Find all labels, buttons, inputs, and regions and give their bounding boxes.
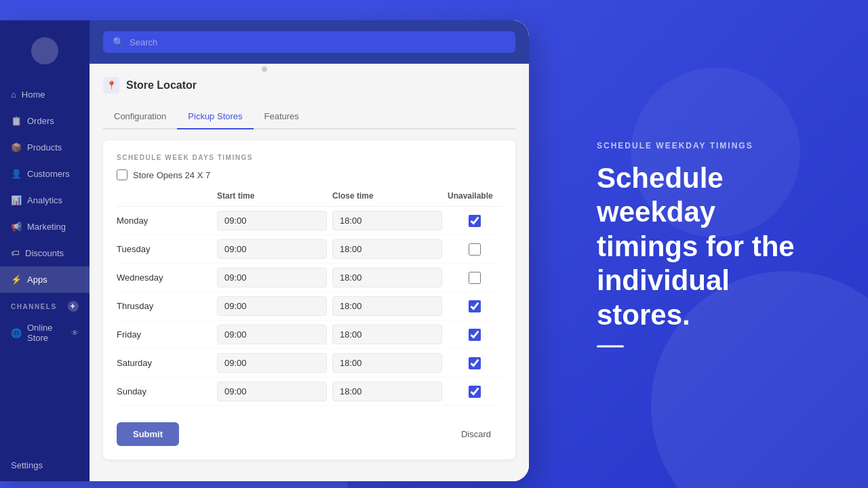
unavailable-checkbox[interactable]: [469, 243, 481, 256]
start-time-input[interactable]: [217, 268, 327, 287]
unavailable-checkbox[interactable]: [469, 329, 481, 341]
start-time-input[interactable]: [217, 296, 327, 316]
sidebar-item-marketing[interactable]: 📢 Marketing: [0, 214, 90, 240]
right-panel-divider: [597, 345, 624, 347]
unavailable-cell: [448, 357, 502, 369]
tab-configuration[interactable]: Configuration: [103, 104, 177, 129]
unavailable-cell: [448, 386, 502, 398]
close-time-input[interactable]: [332, 239, 442, 259]
form-footer: Submit Discard: [117, 411, 502, 446]
sidebar-item-orders[interactable]: 📋 Orders: [0, 108, 90, 134]
schedule-form-card: SCHEDULE WEEK DAYS TIMINGS Store Opens 2…: [103, 140, 515, 460]
sidebar-analytics-label: Analytics: [27, 195, 62, 205]
products-icon: 📦: [11, 142, 22, 152]
close-time-input[interactable]: [332, 296, 442, 316]
sidebar-item-analytics[interactable]: 📊 Analytics: [0, 187, 90, 214]
search-bar: 🔍: [90, 20, 529, 64]
close-time-input[interactable]: [332, 382, 442, 401]
marketing-icon: 📢: [11, 222, 22, 232]
search-input[interactable]: [130, 37, 506, 47]
sidebar: ⌂ Home 📋 Orders 📦 Products 👤 Customers 📊…: [0, 20, 90, 481]
day-label: Monday: [117, 216, 212, 226]
unavailable-cell: [448, 300, 502, 312]
sidebar-discounts-label: Discounts: [25, 248, 64, 258]
header-start-time: Start time: [217, 191, 327, 201]
sidebar-logo: [0, 20, 90, 81]
store-locator-icon: 📍: [103, 77, 119, 94]
header-close-time: Close time: [332, 191, 442, 201]
day-label: Sunday: [117, 386, 212, 396]
sidebar-channels-section: CHANNELS +: [0, 293, 90, 314]
close-time-input[interactable]: [332, 268, 442, 287]
start-time-input[interactable]: [217, 239, 327, 259]
discounts-icon: 🏷: [11, 248, 20, 258]
sidebar-orders-label: Orders: [27, 116, 54, 126]
sidebar-apps-label: Apps: [27, 274, 47, 285]
sidebar-online-store-label: Online Store: [27, 323, 66, 343]
start-time-input[interactable]: [217, 211, 327, 230]
tabs: Configuration Pickup Stores Features: [103, 104, 515, 129]
unavailable-checkbox[interactable]: [469, 386, 481, 398]
orders-icon: 📋: [11, 116, 22, 126]
day-label: Thrusday: [117, 301, 212, 311]
right-panel-subtitle: SCHEDULE WEEKDAY TIMINGS: [597, 141, 814, 150]
window-dot: [262, 66, 267, 72]
day-label: Wednesday: [117, 272, 212, 283]
unavailable-cell: [448, 215, 502, 227]
sidebar-item-settings[interactable]: Settings: [0, 449, 90, 481]
day-label: Saturday: [117, 358, 212, 368]
unavailable-checkbox[interactable]: [469, 272, 481, 284]
main-window: ⌂ Home 📋 Orders 📦 Products 👤 Customers 📊…: [0, 20, 529, 481]
sidebar-spacer: [0, 351, 90, 449]
sidebar-item-discounts[interactable]: 🏷 Discounts: [0, 240, 90, 266]
store-opens-24x7-row: Store Opens 24 X 7: [117, 169, 502, 180]
tab-pickup-stores[interactable]: Pickup Stores: [177, 104, 253, 129]
section-title: SCHEDULE WEEK DAYS TIMINGS: [117, 154, 502, 161]
search-icon: 🔍: [113, 37, 124, 47]
schedule-row: Monday: [117, 207, 502, 235]
day-label: Tuesday: [117, 244, 212, 254]
unavailable-cell: [448, 329, 502, 341]
sidebar-customers-label: Customers: [27, 169, 70, 179]
header-unavailable: Unavailable: [448, 191, 502, 201]
start-time-input[interactable]: [217, 353, 327, 373]
close-time-input[interactable]: [332, 353, 442, 373]
add-channel-button[interactable]: +: [68, 301, 79, 312]
store-247-checkbox[interactable]: [117, 169, 127, 180]
unavailable-checkbox[interactable]: [469, 300, 481, 312]
start-time-input[interactable]: [217, 382, 327, 401]
unavailable-checkbox[interactable]: [469, 215, 481, 227]
sidebar-item-products[interactable]: 📦 Products: [0, 134, 90, 161]
schedule-row: Sunday: [117, 378, 502, 406]
page-content: 📍 Store Locator Configuration Pickup Sto…: [90, 64, 529, 481]
discard-button[interactable]: Discard: [450, 422, 502, 446]
unavailable-cell: [448, 272, 502, 284]
schedule-row: Thrusday: [117, 292, 502, 321]
tab-features[interactable]: Features: [254, 104, 310, 129]
page-header: 📍 Store Locator: [103, 77, 515, 94]
right-panel-title: Schedule weekday timings for the individ…: [597, 161, 814, 332]
unavailable-checkbox[interactable]: [469, 357, 481, 369]
header-day: [117, 191, 212, 201]
schedule-row: Wednesday: [117, 264, 502, 292]
search-input-wrap: 🔍: [103, 31, 515, 53]
sidebar-item-home[interactable]: ⌂ Home: [0, 81, 90, 108]
sidebar-item-online-store[interactable]: 🌐 Online Store 👁: [0, 314, 90, 351]
analytics-icon: 📊: [11, 195, 22, 205]
schedule-table: Start time Close time Unavailable Monday…: [117, 191, 502, 406]
schedule-row: Tuesday: [117, 235, 502, 264]
schedule-rows: Monday Tuesday Wednesday Thrusday: [117, 207, 502, 406]
sidebar-products-label: Products: [27, 142, 62, 152]
logo-circle: [31, 37, 58, 64]
start-time-input[interactable]: [217, 325, 327, 344]
close-time-input[interactable]: [332, 211, 442, 230]
sidebar-item-apps[interactable]: ⚡ Apps: [0, 266, 90, 293]
day-label: Friday: [117, 329, 212, 340]
sidebar-marketing-label: Marketing: [27, 222, 66, 232]
sidebar-item-customers[interactable]: 👤 Customers: [0, 161, 90, 187]
close-time-input[interactable]: [332, 325, 442, 344]
submit-button[interactable]: Submit: [117, 422, 179, 446]
apps-icon: ⚡: [11, 274, 22, 285]
right-panel: SCHEDULE WEEKDAY TIMINGS Schedule weekda…: [597, 141, 814, 348]
schedule-header: Start time Close time Unavailable: [117, 191, 502, 207]
